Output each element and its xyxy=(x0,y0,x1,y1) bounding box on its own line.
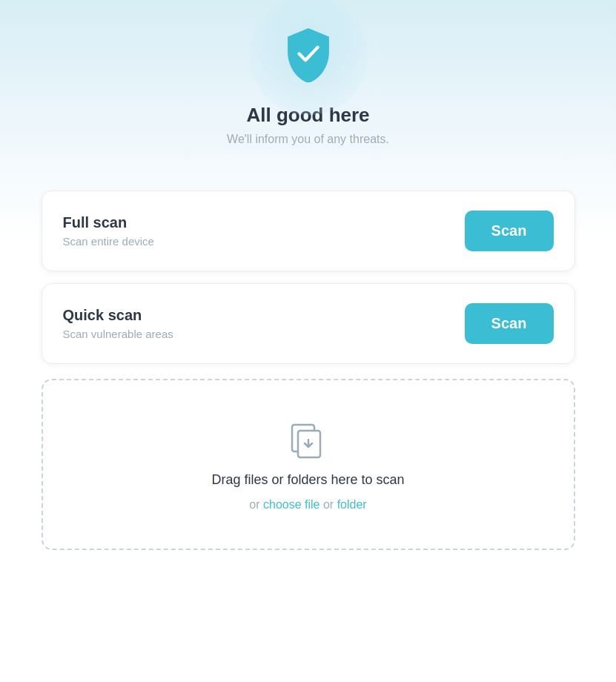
drop-main-text: Drag files or folders here to scan xyxy=(211,472,404,488)
cards-section: Full scan Scan entire device Scan Quick … xyxy=(42,191,575,550)
drag-files-icon xyxy=(288,417,329,462)
choose-file-link[interactable]: choose file xyxy=(263,498,320,511)
full-scan-desc: Scan entire device xyxy=(63,235,154,248)
drop-zone[interactable]: Drag files or folders here to scan or ch… xyxy=(42,379,575,550)
full-scan-info: Full scan Scan entire device xyxy=(63,214,154,248)
status-subtitle: We'll inform you of any threats. xyxy=(227,133,389,146)
quick-scan-button[interactable]: Scan xyxy=(465,303,554,344)
quick-scan-info: Quick scan Scan vulnerable areas xyxy=(63,307,173,340)
drop-or-text2: or xyxy=(320,498,337,511)
quick-scan-desc: Scan vulnerable areas xyxy=(63,328,173,340)
quick-scan-card: Quick scan Scan vulnerable areas Scan xyxy=(42,283,575,364)
drop-links-text: or choose file or folder xyxy=(249,498,366,512)
top-section: All good here We'll inform you of any th… xyxy=(0,0,616,176)
full-scan-card: Full scan Scan entire device Scan xyxy=(42,191,575,271)
shield-icon xyxy=(282,27,334,85)
full-scan-title: Full scan xyxy=(63,214,154,231)
choose-folder-link[interactable]: folder xyxy=(337,498,367,511)
shield-container xyxy=(275,22,342,89)
full-scan-button[interactable]: Scan xyxy=(465,211,554,251)
quick-scan-title: Quick scan xyxy=(63,307,173,324)
drop-or-text: or xyxy=(249,498,263,511)
